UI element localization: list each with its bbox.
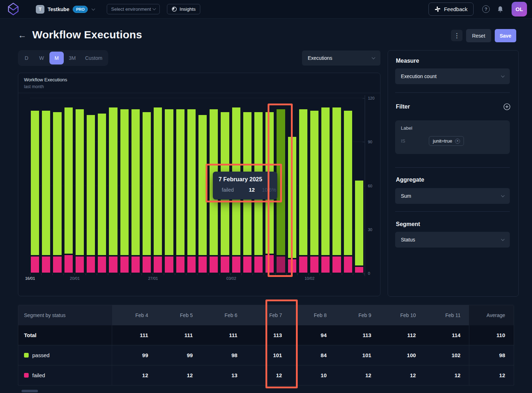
table-cell: 12 bbox=[246, 365, 291, 385]
chart-bar[interactable] bbox=[86, 114, 96, 273]
help-icon[interactable]: ? bbox=[482, 5, 490, 13]
chart-bar[interactable] bbox=[52, 111, 62, 273]
segment-select-value: Status bbox=[401, 237, 415, 243]
measure-select[interactable]: Execution count bbox=[395, 68, 510, 84]
table-cell: 101 bbox=[335, 345, 380, 365]
bar-segment-failed bbox=[220, 256, 230, 273]
bar-segment-failed bbox=[41, 256, 51, 273]
chart-bar[interactable] bbox=[30, 110, 40, 273]
segment-heading: Segment bbox=[396, 221, 420, 227]
metric-select[interactable]: Executions bbox=[302, 51, 380, 66]
table-cell: 101 bbox=[246, 345, 291, 365]
chart-bar[interactable] bbox=[120, 109, 129, 273]
y-axis-tick bbox=[363, 98, 365, 99]
chart-bar[interactable] bbox=[108, 107, 118, 273]
chart-bar[interactable] bbox=[310, 110, 319, 273]
chart-bar[interactable] bbox=[343, 110, 353, 273]
table-column-header: Feb 4 bbox=[112, 305, 157, 325]
segment-select[interactable]: Status bbox=[395, 232, 510, 248]
chart-settings-panel: Measure Execution count Filter Label IS … bbox=[388, 50, 519, 297]
bar-segment-failed bbox=[64, 254, 73, 273]
chart-bar[interactable] bbox=[64, 107, 73, 273]
tooltip-series-label: failed bbox=[222, 187, 234, 193]
y-axis-tick-label: 60 bbox=[368, 184, 372, 188]
reset-button[interactable]: Reset bbox=[466, 29, 491, 42]
more-options-button[interactable]: ⋮ bbox=[451, 30, 462, 41]
tab-range-3months[interactable]: 3M bbox=[64, 52, 80, 64]
chart-bar[interactable] bbox=[321, 107, 330, 273]
bar-segment-failed bbox=[75, 256, 85, 273]
chart-bar[interactable] bbox=[97, 113, 107, 273]
tab-range-week[interactable]: W bbox=[34, 52, 49, 64]
chart-bar[interactable] bbox=[176, 109, 185, 273]
chart-bar[interactable] bbox=[198, 114, 207, 273]
horizontal-scrollbar-thumb[interactable] bbox=[21, 390, 38, 392]
filter-field-label: Label bbox=[401, 125, 504, 131]
org-chevron-down-icon[interactable] bbox=[92, 7, 95, 10]
filter-row: IS junit=true ✕ bbox=[401, 136, 504, 146]
aggregate-select[interactable]: Sum bbox=[395, 188, 510, 204]
chart-bar[interactable] bbox=[164, 109, 174, 273]
table-cell: 113 bbox=[246, 325, 291, 345]
table-cell: 10 bbox=[291, 365, 335, 385]
chart-bar[interactable] bbox=[153, 107, 163, 273]
filter-operator: IS bbox=[401, 138, 405, 144]
bar-segment-passed bbox=[298, 109, 308, 256]
add-filter-icon[interactable] bbox=[503, 103, 511, 110]
chart-bar[interactable] bbox=[287, 136, 297, 273]
divider bbox=[395, 211, 510, 212]
bar-segment-failed bbox=[354, 266, 364, 273]
table-cell: 100 bbox=[380, 345, 425, 365]
table-column-header: Average bbox=[469, 305, 514, 325]
remove-filter-icon[interactable]: ✕ bbox=[455, 139, 460, 144]
chart-bar[interactable] bbox=[187, 109, 196, 273]
bar-segment-failed bbox=[287, 259, 297, 273]
tab-range-custom[interactable]: Custom bbox=[81, 52, 106, 64]
insights-button[interactable]: Insights bbox=[167, 4, 200, 14]
tab-range-month[interactable]: M bbox=[49, 52, 64, 64]
bar-segment-failed bbox=[231, 256, 241, 273]
notifications-bell-icon[interactable] bbox=[497, 6, 504, 13]
chart-bar[interactable] bbox=[332, 107, 341, 273]
environment-select[interactable]: Select environment bbox=[107, 4, 160, 14]
table-column-header: Feb 8 bbox=[291, 305, 335, 325]
table-row-label: passed bbox=[18, 345, 112, 365]
org-name: Testkube bbox=[48, 6, 69, 12]
bar-segment-passed bbox=[52, 111, 62, 256]
bar-segment-passed bbox=[120, 109, 129, 256]
legend-swatch-passed bbox=[24, 353, 29, 358]
chart-bar[interactable] bbox=[41, 110, 51, 273]
org-avatar[interactable]: T bbox=[36, 5, 44, 14]
chart-bar[interactable] bbox=[142, 111, 152, 273]
bar-segment-failed bbox=[108, 256, 118, 273]
filter-chip[interactable]: junit=true ✕ bbox=[429, 136, 464, 146]
back-arrow-icon[interactable]: ← bbox=[18, 30, 27, 40]
testkube-logo-icon bbox=[7, 3, 19, 16]
segment-table: Segment by statusFeb 4Feb 5Feb 6Feb 7Feb… bbox=[18, 305, 514, 385]
environment-chevron-down-icon bbox=[153, 7, 156, 10]
x-axis-tick-label: 27/01 bbox=[148, 276, 158, 281]
chart-bar[interactable] bbox=[298, 109, 308, 273]
bar-segment-passed bbox=[64, 107, 73, 254]
row-label-text: passed bbox=[32, 352, 49, 358]
x-axis-tick-label: 20/01 bbox=[70, 276, 80, 281]
feedback-button[interactable]: Feedback bbox=[428, 3, 474, 16]
save-button[interactable]: Save bbox=[495, 29, 516, 42]
tab-range-day[interactable]: D bbox=[19, 52, 34, 64]
bar-segment-failed bbox=[52, 256, 62, 273]
chart-bar[interactable] bbox=[276, 109, 286, 273]
environment-select-label: Select environment bbox=[111, 6, 151, 12]
bar-segment-failed bbox=[198, 256, 207, 273]
table-cell: 99 bbox=[112, 345, 157, 365]
metric-select-value: Executions bbox=[308, 55, 332, 61]
table-row-label: Total bbox=[18, 325, 112, 345]
divider bbox=[395, 167, 510, 168]
table-cell: 110 bbox=[469, 325, 514, 345]
chart-bar[interactable] bbox=[75, 109, 85, 273]
chart-bar[interactable] bbox=[131, 109, 140, 273]
user-avatar[interactable]: OL bbox=[512, 2, 527, 16]
table-cell: 99 bbox=[157, 345, 202, 365]
bar-chart-plot bbox=[30, 98, 364, 273]
chart-bar[interactable] bbox=[354, 180, 364, 273]
plan-badge: PRO bbox=[73, 6, 88, 13]
